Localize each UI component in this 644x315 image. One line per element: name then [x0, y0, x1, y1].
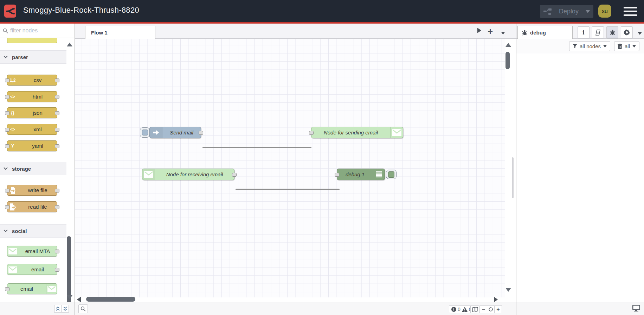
workspace-tab-bar: Flow 1 +	[75, 24, 516, 39]
envelope-icon	[7, 264, 18, 275]
node-port[interactable]	[5, 205, 9, 209]
palette-node-email-out[interactable]: email	[7, 283, 57, 294]
palette-category-social[interactable]: social	[0, 224, 66, 238]
user-avatar[interactable]: su	[598, 5, 611, 18]
sidebar-options-chevron[interactable]	[638, 30, 642, 36]
chevron-down-icon	[4, 167, 8, 170]
palette-filter-input[interactable]	[10, 27, 66, 34]
sidebar-tab-bar: debug i	[516, 24, 644, 39]
node-port[interactable]	[5, 128, 9, 132]
canvas-scroll-right-arrow[interactable]	[494, 297, 498, 302]
collapse-all-categories-button[interactable]	[54, 305, 62, 313]
debug-sidebar: debug i	[516, 24, 644, 315]
info-icon: i	[582, 29, 584, 36]
zoom-reset-button[interactable]	[487, 305, 495, 313]
palette-node-list: parser 1,2 csv <> html {} json	[0, 38, 75, 302]
flow-node-send-mail[interactable]: Send mail	[149, 127, 201, 138]
help-tab-button[interactable]	[592, 26, 604, 38]
node-input-port[interactable]	[335, 173, 339, 177]
palette-node-partial[interactable]	[7, 38, 57, 43]
palette-node-json[interactable]: {} json	[7, 107, 57, 118]
node-port[interactable]	[5, 189, 9, 193]
flow-node-sending-email[interactable]: Node for sending email	[311, 127, 403, 138]
add-flow-button[interactable]: +	[488, 26, 493, 37]
palette-scroll-down-arrow[interactable]	[67, 295, 72, 299]
main-menu-button[interactable]	[624, 7, 638, 16]
debug-clear-dropdown[interactable]: all	[614, 41, 639, 51]
palette-node-html[interactable]: <> html	[7, 91, 57, 102]
canvas-search-button[interactable]	[78, 304, 88, 313]
node-port[interactable]	[55, 189, 59, 193]
palette-node-xml[interactable]: <> xml	[7, 124, 57, 135]
zoom-in-button[interactable]: +	[495, 305, 502, 313]
palette-node-csv[interactable]: 1,2 csv	[7, 75, 57, 86]
canvas-scroll-down-arrow[interactable]	[505, 288, 511, 292]
node-port[interactable]	[5, 78, 9, 82]
canvas-scroll-up-arrow[interactable]	[505, 43, 511, 47]
canvas-horizontal-scrollbar-thumb[interactable]	[86, 297, 135, 302]
config-nodes-tab-button[interactable]	[621, 26, 633, 38]
palette-search-box[interactable]	[0, 24, 75, 38]
flow-grid[interactable]: Send mail Node for sending email Node fo…	[75, 39, 505, 297]
node-port[interactable]	[5, 111, 9, 115]
gear-icon	[624, 29, 630, 36]
palette-footer	[0, 302, 75, 315]
search-icon	[3, 28, 8, 33]
node-port[interactable]	[55, 128, 59, 132]
node-port[interactable]	[5, 287, 9, 291]
error-count: 0	[458, 307, 461, 312]
debug-list-icon	[373, 169, 385, 180]
node-port[interactable]	[55, 78, 59, 82]
palette-node-yaml[interactable]: Y yaml	[7, 140, 57, 151]
tab-debug[interactable]: debug	[517, 26, 573, 39]
page-title: Smoggy-Blue-Rock-Thrush-8820	[23, 6, 139, 15]
expand-all-categories-button[interactable]	[62, 305, 69, 313]
chevron-down-icon	[4, 56, 8, 58]
info-tab-button[interactable]: i	[578, 26, 590, 38]
debug-filter-dropdown[interactable]: all nodes	[569, 41, 610, 51]
tab-flow-1[interactable]: Flow 1	[85, 26, 155, 39]
node-port[interactable]	[55, 250, 59, 253]
flow-node-debug-1[interactable]: debug 1	[337, 169, 385, 180]
palette-node-email-in[interactable]: email	[7, 264, 57, 275]
wire[interactable]	[202, 147, 311, 148]
palette-scrollbar-thumb[interactable]	[67, 236, 71, 302]
debug-messages-panel	[516, 53, 644, 302]
canvas-vertical-scrollbar-thumb[interactable]	[505, 52, 510, 69]
debug-tab-button[interactable]	[606, 26, 618, 38]
zoom-out-button[interactable]: −	[480, 305, 487, 313]
node-port[interactable]	[5, 144, 9, 148]
inject-trigger-button[interactable]	[140, 127, 150, 138]
error-icon	[451, 307, 456, 312]
deploy-button[interactable]: Deploy	[540, 5, 593, 18]
envelope-icon	[390, 127, 403, 138]
node-port[interactable]	[55, 95, 59, 99]
envelope-icon	[46, 284, 57, 294]
debug-filter-row: all nodes all	[516, 39, 644, 53]
flow-node-receiving-email[interactable]: Node for receiving email	[142, 169, 234, 180]
navigator-map-button[interactable]	[470, 305, 480, 313]
palette-node-read-file[interactable]: read file	[7, 201, 57, 212]
open-debug-window-button[interactable]	[632, 305, 640, 311]
debug-toggle-button[interactable]	[386, 170, 397, 179]
node-port[interactable]	[55, 111, 59, 115]
flow-list-chevron-button[interactable]	[501, 30, 505, 36]
node-input-port[interactable]	[309, 131, 314, 135]
node-port[interactable]	[55, 268, 59, 272]
node-port[interactable]	[5, 95, 9, 99]
palette-category-parser[interactable]: parser	[0, 50, 66, 64]
palette-node-write-file[interactable]: write file	[7, 185, 57, 196]
sidebar-resize-handle[interactable]	[512, 157, 514, 198]
node-output-port[interactable]	[232, 173, 237, 177]
node-output-port[interactable]	[199, 131, 203, 135]
node-port[interactable]	[55, 205, 59, 209]
wire[interactable]	[236, 189, 340, 190]
node-palette: parser 1,2 csv <> html {} json	[0, 24, 75, 315]
palette-node-email-mta[interactable]: email MTA	[7, 246, 57, 257]
node-port[interactable]	[55, 144, 59, 148]
deploy-options-chevron-icon[interactable]	[586, 10, 590, 13]
palette-category-storage[interactable]: storage	[0, 162, 66, 175]
palette-scroll-up-arrow[interactable]	[67, 43, 72, 46]
canvas-scroll-left-arrow[interactable]	[77, 297, 81, 302]
tab-scroll-right-button[interactable]	[477, 27, 482, 33]
